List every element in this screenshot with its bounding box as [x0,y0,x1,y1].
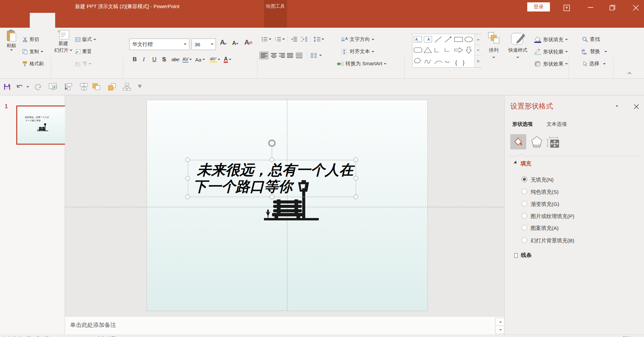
distribute-button[interactable] [295,52,303,58]
section-button[interactable]: 节 [75,61,91,67]
start-slideshow-icon[interactable] [49,83,58,91]
bullets-icon[interactable] [261,37,268,42]
layout-qat-icon[interactable] [123,83,131,91]
fill-section-header[interactable]: 填充 [520,160,531,167]
font-size-combo[interactable]: 36 [192,39,216,50]
shape-effects-button[interactable]: 形状效果 [534,61,568,67]
gallery-scroll-down[interactable] [474,45,482,56]
character-spacing-button[interactable]: AV [182,56,188,63]
justify-button[interactable] [287,53,293,58]
shape-fill-button[interactable]: 形状填充 [534,36,568,43]
handle-middle-right[interactable] [354,176,358,180]
rotation-handle[interactable] [267,139,276,148]
bring-forward-icon[interactable] [92,83,101,91]
handle-top-center[interactable] [270,158,274,162]
handle-middle-left[interactable] [185,176,190,180]
format-painter-button[interactable]: 格式刷 [22,61,44,67]
restore-icon[interactable] [609,5,615,11]
fill-line-tab[interactable] [510,134,526,149]
radio[interactable] [521,201,527,207]
highlight-button[interactable]: ab [210,56,217,63]
pane-tab-text-options[interactable]: 文本选项 [547,121,567,127]
align-left-qat-icon[interactable] [64,83,73,91]
undo-icon[interactable] [16,83,24,91]
fill-option-picture[interactable]: 图片或纹理填充(P) [505,213,644,222]
reset-button[interactable]: 重置 [75,49,92,55]
text-direction-button[interactable]: A 文字方向 [341,36,374,43]
new-slide-button[interactable]: 新建 幻灯片 [53,30,73,53]
close-icon[interactable] [633,5,639,11]
pane-menu-caret[interactable] [616,105,618,107]
find-button[interactable]: 查找 [582,36,600,43]
collapse-ribbon-icon[interactable] [627,72,632,75]
fill-option-pattern[interactable]: 图案填充(A) [505,225,644,234]
slide-thumbnail[interactable]: 未来很远，总有一个人在 下一个路口等你 [16,105,69,145]
paste-button[interactable]: 粘贴 [3,30,20,51]
clear-formatting-button[interactable]: A [244,39,252,46]
italic-button[interactable]: I [143,56,152,63]
columns-icon[interactable] [310,53,317,58]
fill-option-gradient[interactable]: 渐变填充(G) [505,201,644,210]
radio[interactable] [521,225,527,231]
line-section-expand-icon[interactable] [515,254,517,258]
handle-bottom-center[interactable] [270,195,274,199]
align-center-button[interactable] [271,53,277,58]
align-right-button[interactable] [279,53,285,58]
radio[interactable] [521,237,527,243]
handle-top-left[interactable] [185,158,190,162]
qat-more-button[interactable] [138,85,141,88]
shape-gallery[interactable]: A A { } [412,34,482,68]
layout-button[interactable]: 版式 [75,37,96,43]
shape-outline-button[interactable]: 形状轮廓 [534,48,568,55]
font-color-button[interactable]: A [224,56,228,63]
select-button[interactable]: 选择 [582,61,606,67]
handle-bottom-right[interactable] [354,195,358,199]
strikethrough-button[interactable]: abe [172,57,182,62]
size-properties-tab[interactable] [546,135,561,149]
send-backward-icon[interactable] [108,83,116,91]
ribbon-display-options-icon[interactable] [563,5,570,11]
pane-close-icon[interactable] [634,104,639,109]
replace-button[interactable]: abac 替换 [581,48,607,55]
numbering-icon[interactable]: 12 [275,37,282,42]
radio[interactable] [521,213,527,219]
notes-placeholder[interactable]: 单击此处添加备注 [70,321,116,329]
sign-in-button[interactable]: 登录 [527,2,550,11]
align-left-button[interactable] [259,51,269,59]
bold-button[interactable]: B [133,56,143,63]
fill-option-solid[interactable]: 纯色填充(S) [505,189,644,197]
pane-tab-shape-options[interactable]: 形状选项 [512,121,533,127]
shrink-font-button[interactable]: A [232,40,239,46]
gallery-more[interactable] [474,56,482,67]
copy-button[interactable]: 复制 [22,49,43,55]
text-shadow-button[interactable]: S [162,56,172,63]
decrease-indent-icon[interactable] [291,37,297,42]
gallery-scroll-up[interactable] [474,34,482,45]
align-text-button[interactable]: 对齐文本 [341,48,374,55]
notes-pane[interactable]: 单击此处添加备注 [65,316,504,335]
radio-selected[interactable] [521,176,527,182]
fill-section-collapse-icon[interactable] [514,161,518,165]
quick-styles-button[interactable]: 快速样式 [504,32,531,59]
line-section-header[interactable]: 线条 [521,252,532,259]
minimize-icon[interactable] [588,7,593,8]
cut-button[interactable]: 剪切 [22,37,39,43]
effects-tab[interactable] [530,135,543,149]
increase-indent-icon[interactable] [301,37,308,42]
handle-top-right[interactable] [354,158,358,162]
smartart-button[interactable]: 转换为 SmartArt [336,61,386,67]
arrange-button[interactable]: 排列 [485,32,503,59]
fill-option-background[interactable]: 幻灯片背景填充(B) [505,237,644,246]
undo-caret[interactable] [26,86,29,88]
grow-font-button[interactable]: A [220,39,227,46]
line-spacing-icon[interactable] [313,37,321,42]
change-case-button[interactable]: Aa [195,57,201,63]
slide-text[interactable]: 未来很远，总有一个人在 下一个路口等你 [193,162,353,195]
align-center-qat-icon[interactable] [80,83,88,91]
radio[interactable] [521,189,527,194]
underline-button[interactable]: U [152,56,162,63]
handle-bottom-left[interactable] [185,195,190,199]
font-name-combo[interactable]: 华文行楷 [129,39,190,50]
save-icon[interactable] [3,83,11,91]
fill-option-none[interactable]: 无填充(N) [505,176,644,185]
